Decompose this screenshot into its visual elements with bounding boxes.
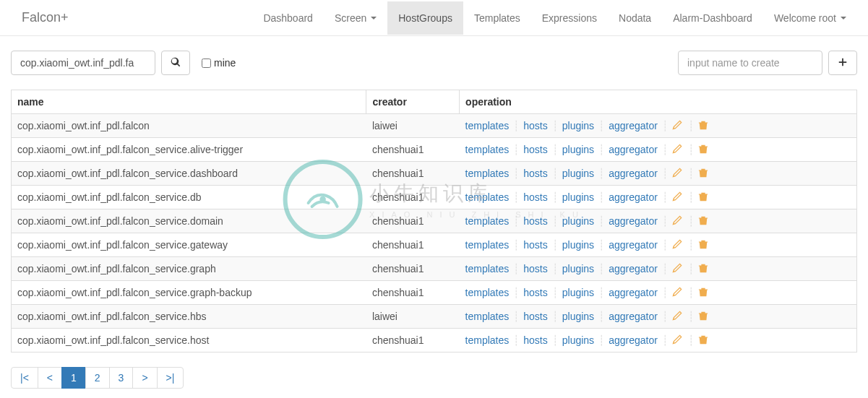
edit-icon[interactable]	[672, 168, 684, 179]
nav-item-welcome-root[interactable]: Welcome root	[763, 1, 857, 35]
cell-name: cop.xiaomi_owt.inf_pdl.falcon_service.ga…	[12, 233, 366, 257]
page-link[interactable]: 2	[86, 368, 109, 388]
op-aggregator[interactable]: aggregator	[609, 311, 658, 322]
divider: ┊	[552, 311, 558, 322]
trash-icon[interactable]	[698, 191, 710, 203]
trash-icon[interactable]	[698, 334, 710, 346]
cell-operation: templates┊hosts┊plugins┊aggregator┊┊	[460, 305, 857, 329]
op-plugins[interactable]: plugins	[562, 168, 594, 179]
op-templates[interactable]: templates	[465, 191, 510, 203]
search-input[interactable]	[11, 51, 155, 75]
op-aggregator[interactable]: aggregator	[609, 168, 658, 179]
page-link[interactable]: |<	[12, 368, 38, 388]
op-templates[interactable]: templates	[465, 334, 510, 346]
create-input[interactable]	[678, 51, 822, 75]
create-button[interactable]	[828, 51, 857, 75]
op-plugins[interactable]: plugins	[562, 120, 594, 131]
page-3[interactable]: 3	[109, 367, 134, 389]
op-hosts[interactable]: hosts	[523, 144, 547, 155]
op-hosts[interactable]: hosts	[523, 287, 547, 298]
edit-icon[interactable]	[672, 334, 684, 346]
op-aggregator[interactable]: aggregator	[609, 215, 658, 227]
op-templates[interactable]: templates	[465, 144, 510, 155]
op-aggregator[interactable]: aggregator	[609, 239, 658, 251]
divider: ┊	[662, 191, 668, 203]
nav-item-nodata[interactable]: Nodata	[608, 1, 662, 35]
trash-icon[interactable]	[698, 311, 710, 322]
op-templates[interactable]: templates	[465, 168, 510, 179]
op-templates[interactable]: templates	[465, 239, 510, 251]
nav-item-alarm-dashboard[interactable]: Alarm-Dashboard	[662, 1, 763, 35]
op-aggregator[interactable]: aggregator	[609, 120, 658, 131]
trash-icon[interactable]	[698, 144, 710, 155]
op-templates[interactable]: templates	[465, 120, 510, 131]
trash-icon[interactable]	[698, 239, 710, 251]
edit-icon[interactable]	[672, 287, 684, 298]
edit-icon[interactable]	[672, 215, 684, 227]
search-button[interactable]	[161, 51, 190, 75]
op-plugins[interactable]: plugins	[562, 334, 594, 346]
op-aggregator[interactable]: aggregator	[609, 191, 658, 203]
table-row: cop.xiaomi_owt.inf_pdl.falcon_service.ga…	[12, 233, 857, 257]
divider: ┊	[598, 239, 604, 251]
edit-icon[interactable]	[672, 263, 684, 274]
nav-item-hostgroups[interactable]: HostGroups	[387, 1, 463, 35]
page-link[interactable]: 3	[110, 368, 133, 388]
nav-label: Nodata	[619, 12, 651, 24]
op-templates[interactable]: templates	[465, 287, 510, 298]
trash-icon[interactable]	[698, 287, 710, 298]
page-link[interactable]: >	[133, 368, 156, 388]
page-link[interactable]: <	[38, 368, 61, 388]
op-templates[interactable]: templates	[465, 263, 510, 274]
op-hosts[interactable]: hosts	[523, 239, 547, 251]
op-plugins[interactable]: plugins	[562, 263, 594, 274]
mine-checkbox[interactable]	[202, 59, 211, 68]
page-link[interactable]: >|	[158, 368, 184, 388]
nav-item-screen[interactable]: Screen	[324, 1, 387, 35]
op-hosts[interactable]: hosts	[523, 311, 547, 322]
edit-icon[interactable]	[672, 311, 684, 322]
op-plugins[interactable]: plugins	[562, 239, 594, 251]
op-plugins[interactable]: plugins	[562, 287, 594, 298]
page-prev[interactable]: <	[38, 367, 62, 389]
op-hosts[interactable]: hosts	[523, 168, 547, 179]
trash-icon[interactable]	[698, 263, 710, 274]
page-first[interactable]: |<	[11, 367, 38, 389]
divider: ┊	[552, 334, 558, 346]
op-templates[interactable]: templates	[465, 311, 510, 322]
edit-icon[interactable]	[672, 191, 684, 203]
page-next[interactable]: >	[132, 367, 157, 389]
nav-item-dashboard[interactable]: Dashboard	[252, 1, 324, 35]
page-link[interactable]: 1	[62, 368, 85, 388]
divider: ┊	[513, 311, 519, 322]
op-aggregator[interactable]: aggregator	[609, 287, 658, 298]
op-plugins[interactable]: plugins	[562, 144, 594, 155]
op-templates[interactable]: templates	[465, 215, 510, 227]
page-2[interactable]: 2	[85, 367, 110, 389]
mine-checkbox-wrap[interactable]: mine	[202, 57, 236, 69]
edit-icon[interactable]	[672, 239, 684, 251]
op-aggregator[interactable]: aggregator	[609, 144, 658, 155]
nav-item-templates[interactable]: Templates	[463, 1, 531, 35]
trash-icon[interactable]	[698, 120, 710, 131]
brand[interactable]: Falcon+	[11, 0, 80, 36]
op-plugins[interactable]: plugins	[562, 191, 594, 203]
page-last[interactable]: >|	[157, 367, 184, 389]
op-hosts[interactable]: hosts	[523, 120, 547, 131]
op-hosts[interactable]: hosts	[523, 191, 547, 203]
op-hosts[interactable]: hosts	[523, 334, 547, 346]
op-aggregator[interactable]: aggregator	[609, 334, 658, 346]
op-plugins[interactable]: plugins	[562, 215, 594, 227]
nav-item-expressions[interactable]: Expressions	[531, 1, 608, 35]
trash-icon[interactable]	[698, 168, 710, 179]
op-hosts[interactable]: hosts	[523, 263, 547, 274]
op-hosts[interactable]: hosts	[523, 215, 547, 227]
edit-icon[interactable]	[672, 144, 684, 155]
op-plugins[interactable]: plugins	[562, 311, 594, 322]
op-aggregator[interactable]: aggregator	[609, 263, 658, 274]
page-1[interactable]: 1	[61, 367, 86, 389]
edit-icon[interactable]	[672, 120, 684, 131]
toolbar: mine	[11, 51, 857, 75]
cell-creator: chenshuai1	[366, 138, 460, 162]
trash-icon[interactable]	[698, 215, 710, 227]
